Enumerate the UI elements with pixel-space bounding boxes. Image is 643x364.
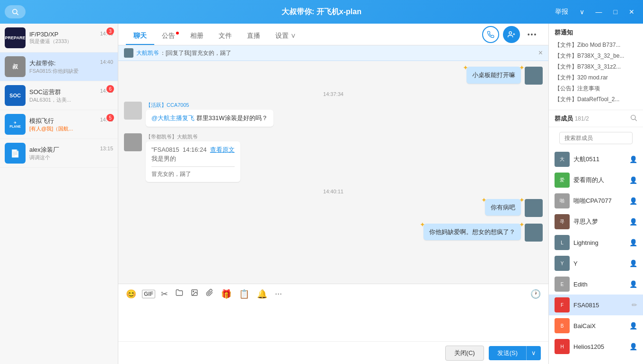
member-item[interactable]: L Lightning 👤 bbox=[549, 232, 643, 253]
tab-album[interactable]: 相册 bbox=[183, 28, 211, 45]
member-item[interactable]: B BaiCaiX 👤 bbox=[549, 315, 643, 336]
close-button[interactable]: ✕ bbox=[625, 6, 638, 17]
msg-bubble: ✦ 你有病吧 ✦ bbox=[485, 199, 521, 216]
contact-name: 模拟飞行 bbox=[29, 117, 54, 125]
member-item[interactable]: 啪 啪啪CPA7077 👤 bbox=[549, 191, 643, 211]
member-avatar: 啪 bbox=[555, 193, 570, 208]
more-button[interactable]: ••• bbox=[524, 26, 541, 43]
notif-close-button[interactable]: × bbox=[538, 49, 543, 57]
members-header: 群成员 181/2 bbox=[549, 110, 643, 127]
member-level-icon: 👤 bbox=[629, 239, 637, 246]
chat-area: 聊天 公告 相册 文件 直播 设置 ∨ bbox=[118, 24, 548, 364]
search-members-container bbox=[549, 127, 643, 149]
main-container: PREPARE IF/P3D/XP 14:40 我是傻逼（2333） 3 叔 大… bbox=[0, 24, 643, 364]
search-members-input[interactable] bbox=[559, 132, 633, 144]
members-list: 大 大航0511 👤 爱 爱看雨的人 👤 啪 啪啪CPA7077 👤 寻 寻思入… bbox=[549, 149, 643, 364]
minimize-button[interactable]: — bbox=[592, 6, 606, 17]
member-level-icon: 👤 bbox=[629, 218, 637, 225]
maximize-button[interactable]: □ bbox=[610, 6, 621, 17]
notif-sender: 大航凯爷 bbox=[136, 49, 159, 57]
notice-item[interactable]: 【文件】DataRefTool_2... bbox=[555, 94, 637, 105]
member-edit-icon[interactable]: ✏ bbox=[632, 301, 637, 309]
notice-item[interactable]: 【文件】Zibo Mod B737... bbox=[555, 40, 637, 51]
notice-item[interactable]: 【文件】320 mod.rar bbox=[555, 72, 637, 83]
quote-link[interactable]: 查看原文 bbox=[210, 146, 235, 153]
tab-settings[interactable]: 设置 ∨ bbox=[268, 28, 304, 45]
msg-avatar-left bbox=[124, 102, 142, 120]
msg-bubble: ✦ 你他妈缺爱啊。想女的想疯了？ ✦ bbox=[423, 224, 521, 241]
dropdown-button[interactable]: ∨ bbox=[576, 6, 588, 17]
search-button[interactable] bbox=[5, 5, 26, 18]
more-tools-button[interactable]: ··· bbox=[273, 287, 284, 301]
image-button[interactable] bbox=[189, 287, 200, 301]
sidebar-item-soc[interactable]: SOC SOC运营群 14:40 DAL6301，达美... 6 bbox=[0, 81, 118, 110]
tab-notice[interactable]: 公告 bbox=[154, 28, 183, 45]
tab-live[interactable]: 直播 bbox=[239, 28, 268, 45]
cut-button[interactable]: ✂ bbox=[159, 287, 170, 301]
gift-button[interactable]: 🎁 bbox=[219, 287, 233, 301]
member-avatar: Y bbox=[555, 256, 570, 271]
sidebar-item-dashu[interactable]: 叔 大叔带你: 14:40 FSA0815:你他妈缺爱 bbox=[0, 52, 118, 81]
msg-bubble: @大航主播复飞 群里331W涂装是好的吗？ bbox=[146, 110, 273, 127]
sidebar-item-ifp3d[interactable]: PREPARE IF/P3D/XP 14:40 我是傻逼（2333） 3 bbox=[0, 24, 118, 52]
contact-info: alex涂装厂 13:15 调调这个 bbox=[29, 146, 113, 161]
member-item[interactable]: Y Y 👤 bbox=[549, 253, 643, 274]
sidebar-item-alex[interactable]: 📄 alex涂装厂 13:15 调调这个 bbox=[0, 139, 118, 168]
member-avatar: F bbox=[555, 297, 570, 312]
sidebar-item-model[interactable]: ✈ PLANE 模拟飞行 14:40 [有人@我]（国航... 5 bbox=[0, 110, 118, 139]
member-name: Y bbox=[573, 260, 629, 267]
notice-item[interactable]: 【文件】B738X_3_32_be... bbox=[555, 51, 637, 61]
unread-badge: 3 bbox=[106, 27, 114, 35]
send-bar: 关闭(C) 发送(S) ∨ bbox=[118, 341, 548, 364]
member-name: BaiCaiX bbox=[573, 322, 629, 329]
member-level-icon: 👤 bbox=[629, 343, 637, 350]
send-group: 发送(S) ∨ bbox=[489, 346, 541, 360]
message-row: 【活跃】CCA7005 @大航主播复飞 群里331W涂装是好的吗？ bbox=[124, 102, 543, 127]
svg-line-1 bbox=[17, 13, 18, 15]
add-member-button[interactable] bbox=[503, 26, 520, 43]
report-button[interactable]: 举报 bbox=[551, 6, 572, 18]
gif-button[interactable]: GIF bbox=[142, 290, 155, 298]
msg-content: ✦ 你有病吧 ✦ bbox=[485, 199, 521, 216]
member-item[interactable]: E Edith 👤 bbox=[549, 274, 643, 295]
msg-avatar-right bbox=[525, 199, 543, 217]
send-arrow-button[interactable]: ∨ bbox=[526, 346, 541, 360]
member-name: Lightning bbox=[573, 239, 629, 246]
clip-button[interactable] bbox=[204, 287, 215, 301]
contact-info: IF/P3D/XP 14:40 我是傻逼（2333） bbox=[29, 31, 113, 45]
window-controls: 举报 ∨ — □ ✕ bbox=[551, 6, 638, 18]
input-toolbar: 😊 GIF ✂ 🎁 📋 🔔 ··· 🕐 bbox=[118, 284, 548, 303]
member-item[interactable]: 大 大航0511 👤 bbox=[549, 149, 643, 170]
contact-preview: DAL6301，达美... bbox=[29, 96, 86, 104]
time-divider: 14:40:11 bbox=[124, 189, 543, 194]
notice-item[interactable]: 【文件】B738X_3_31z2... bbox=[555, 61, 637, 72]
members-search-button[interactable] bbox=[630, 114, 637, 123]
contact-preview: 调调这个 bbox=[29, 154, 86, 161]
message-input[interactable] bbox=[124, 307, 543, 336]
clipboard-button[interactable]: 📋 bbox=[237, 287, 251, 301]
notification-bar[interactable]: 大航凯爷 ：[回复了我]冒充女的，踢了 × bbox=[118, 45, 548, 61]
phone-button[interactable] bbox=[482, 26, 499, 43]
notice-item[interactable]: 【公告】注意事项 bbox=[555, 83, 637, 94]
contact-info: 大叔带你: 14:40 FSA0815:你他妈缺爱 bbox=[29, 59, 113, 75]
msg-avatar-right bbox=[525, 224, 543, 242]
member-item[interactable]: H Helios1205 👤 bbox=[549, 336, 643, 357]
send-button[interactable]: 发送(S) bbox=[489, 346, 526, 360]
member-avatar: 爱 bbox=[555, 173, 570, 188]
svg-point-6 bbox=[193, 291, 194, 292]
member-item[interactable]: 寻 寻思入梦 👤 bbox=[549, 211, 643, 232]
right-panel: 群通知 【文件】Zibo Mod B737... 【文件】B738X_3_32_… bbox=[548, 24, 643, 364]
member-item-fsa0815[interactable]: F FSA0815 ✏ bbox=[549, 295, 643, 315]
bell-button[interactable]: 🔔 bbox=[255, 287, 269, 301]
tab-chat[interactable]: 聊天 bbox=[126, 28, 154, 45]
contact-preview: [有人@我]（国航... bbox=[29, 125, 86, 132]
member-item[interactable]: 爱 爱看雨的人 👤 bbox=[549, 170, 643, 191]
emoji-button[interactable]: 😊 bbox=[124, 287, 138, 301]
input-area bbox=[118, 303, 548, 341]
member-level-icon: 👤 bbox=[629, 322, 637, 329]
close-chat-button[interactable]: 关闭(C) bbox=[445, 346, 484, 361]
tab-file[interactable]: 文件 bbox=[211, 28, 239, 45]
contact-name: alex涂装厂 bbox=[29, 146, 59, 154]
folder-button[interactable] bbox=[174, 287, 185, 301]
messages-container: ✦ 小桌板能打开嘛 ✦ 14:37:34 【活跃】CCA7005 @大航主播复飞 bbox=[118, 61, 548, 284]
